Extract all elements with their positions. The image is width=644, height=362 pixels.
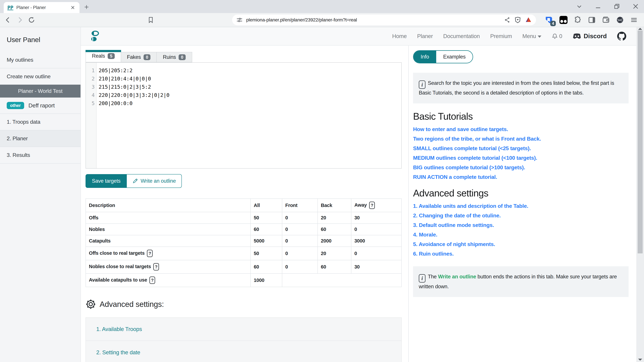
tutorial-link[interactable]: 3. Default outline mode settings.	[413, 222, 628, 228]
tab-ruins[interactable]: Ruins 0	[157, 52, 192, 62]
side-panel-icon[interactable]	[588, 16, 596, 24]
target-tabs: Reals 5 Fakes 0 Ruins 0	[86, 50, 402, 62]
tutorial-link[interactable]: SMALL outlines complete tutorial (<25 ta…	[413, 145, 628, 151]
notifications-bell[interactable]: 0	[552, 33, 562, 39]
tutorial-link[interactable]: 5. Avoidance of night shipments.	[413, 241, 628, 247]
fakes-count-badge: 0	[144, 54, 150, 60]
minimize-icon[interactable]	[594, 2, 602, 10]
tutorial-link[interactable]: 6. Ruin outlines.	[413, 251, 628, 257]
brave-rewards-icon[interactable]	[525, 17, 532, 23]
sidebar-item-label: Deff raport	[28, 102, 55, 109]
close-window-icon[interactable]	[632, 2, 640, 10]
privacy-extension-icon[interactable]: 4	[545, 16, 553, 24]
url-bar[interactable]: plemiona-planer.pl/en/planer/23922/plane…	[232, 14, 536, 25]
url-text[interactable]: plemiona-planer.pl/en/planer/23922/plane…	[246, 17, 500, 23]
nav-link-premium[interactable]: Premium	[490, 33, 512, 39]
browser-tab[interactable]: PP Planer - Planer	[4, 2, 80, 13]
browser-menu-icon[interactable]	[630, 16, 638, 24]
bell-icon	[552, 33, 558, 39]
write-outline-highlight: Write an outline	[438, 274, 476, 280]
targets-editor[interactable]: 205|205:2:2 210|210:4:4|0|0|0 215|215:0|…	[86, 62, 402, 169]
main-area: Home Planer Documentation Premium Menu 0	[81, 27, 636, 362]
col-away: Away?	[351, 199, 402, 212]
sidebar-item-my-outlines[interactable]: My outlines	[0, 52, 80, 68]
sidebar-item-deff-raport[interactable]: other Deff raport	[0, 97, 80, 114]
editor-line-numbers	[86, 63, 96, 168]
tab-examples[interactable]: Examples	[436, 51, 473, 63]
sidebar-title: User Panel	[0, 27, 80, 44]
help-icon[interactable]: ?	[369, 202, 375, 209]
tab-fakes[interactable]: Fakes 0	[121, 52, 157, 62]
reload-icon[interactable]	[28, 16, 35, 23]
extensions-puzzle-icon[interactable]	[574, 16, 582, 24]
ruins-count-badge: 0	[178, 54, 186, 60]
scrollbar-thumb[interactable]	[638, 30, 643, 253]
github-link[interactable]	[617, 32, 626, 41]
restore-icon[interactable]	[613, 2, 621, 10]
brave-vpn-icon[interactable]	[616, 16, 624, 24]
troops-summary-table: Description All Front Back Away? Offs 50	[86, 198, 402, 287]
write-outline-button[interactable]: Write an outline	[127, 174, 182, 188]
col-back: Back	[318, 199, 351, 212]
site-logo[interactable]	[90, 31, 100, 42]
bookmark-icon[interactable]	[148, 17, 154, 23]
tutorial-link[interactable]: 1. Available units and description of th…	[413, 203, 628, 209]
browser-toolbar: plemiona-planer.pl/en/planer/23922/plane…	[0, 13, 644, 27]
sidebar-item-troops-data[interactable]: 1. Troops data	[0, 114, 80, 130]
back-icon[interactable]	[5, 16, 12, 23]
tutorial-link[interactable]: BIG outlines complete tutorial (>100 tar…	[413, 164, 628, 171]
chevron-down-icon	[538, 35, 541, 38]
sidebar-item-results[interactable]: 3. Results	[0, 147, 80, 164]
adblock-extension-icon[interactable]	[560, 16, 568, 24]
advanced-settings-links: 1. Available units and description of th…	[413, 203, 628, 257]
help-panel: Info Examples iSearch for the topic you …	[408, 45, 636, 362]
editor-line: 210|210:4:4|0|0|0	[98, 75, 170, 83]
tune-icon[interactable]	[236, 17, 242, 23]
browser-window: PP Planer - Planer	[0, 0, 644, 362]
save-targets-button[interactable]: Save targets	[86, 174, 127, 188]
discord-link[interactable]: Discord	[572, 33, 607, 40]
intro-info-box: iSearch for the topic you are interested…	[413, 73, 628, 103]
sidebar-item-create-new-outline[interactable]: Create new outline	[0, 68, 80, 85]
accordion-item-available-troops[interactable]: 1. Available Troops	[86, 318, 402, 341]
tab-info[interactable]: Info	[414, 51, 436, 63]
page-scrollbar[interactable]	[636, 27, 644, 362]
tutorial-link[interactable]: MEDIUM outlines complete tutorial (<100 …	[413, 155, 628, 161]
share-icon[interactable]	[504, 17, 510, 23]
nav-link-documentation[interactable]: Documentation	[443, 33, 480, 39]
help-icon[interactable]: ?	[147, 250, 152, 257]
advanced-settings-heading: Advanced settings:	[86, 299, 402, 309]
scroll-up-arrow-icon[interactable]	[636, 27, 644, 30]
tutorial-link[interactable]: 2. Changing the date of the otuline.	[413, 213, 628, 219]
editor-content[interactable]: 205|205:2:2 210|210:4:4|0|0|0 215|215:0|…	[96, 63, 170, 168]
help-icon[interactable]: ?	[150, 277, 155, 284]
tutorial-link[interactable]: How to enter and save outline targets.	[413, 126, 628, 132]
bell-count: 0	[559, 33, 562, 39]
table-row: Offs close to real targets? 50 0 20 0	[86, 247, 402, 260]
discord-icon	[572, 33, 581, 39]
scroll-down-arrow-icon[interactable]	[636, 358, 644, 361]
nav-link-planer[interactable]: Planer	[417, 33, 433, 39]
basic-tutorials-links: How to enter and save outline targets. T…	[413, 126, 628, 180]
sidebar-item-planer[interactable]: 2. Planer	[0, 130, 80, 147]
tutorial-link[interactable]: 4. Morale.	[413, 232, 628, 238]
tutorial-link[interactable]: Two regions of the tribe, or what is Fro…	[413, 136, 628, 142]
wallet-icon[interactable]	[602, 16, 610, 24]
tutorial-link[interactable]: RUIN ACTION a complete tutorial.	[413, 174, 628, 180]
nav-menu-dropdown[interactable]: Menu	[522, 33, 541, 39]
accordion-item-setting-date[interactable]: 2. Setting the date	[86, 341, 402, 362]
nav-link-home[interactable]: Home	[392, 33, 407, 39]
col-description: Description	[86, 199, 250, 212]
editor-line: 215|215:0|2|3|5:2	[98, 83, 170, 91]
brave-shield-icon[interactable]	[514, 16, 521, 23]
editor-line: 220|220:0|0|3|3:2|0|2|0	[98, 91, 170, 99]
forward-icon[interactable]	[16, 16, 23, 23]
tab-close-icon[interactable]	[69, 4, 76, 11]
col-all: All	[250, 199, 282, 212]
tab-search-icon[interactable]	[575, 2, 583, 10]
new-tab-icon[interactable]	[82, 2, 91, 12]
basic-tutorials-heading: Basic Tutorials	[413, 111, 628, 122]
help-icon[interactable]: ?	[153, 263, 159, 271]
browser-tab-title: Planer - Planer	[16, 5, 69, 10]
tab-reals[interactable]: Reals 5	[86, 50, 121, 62]
